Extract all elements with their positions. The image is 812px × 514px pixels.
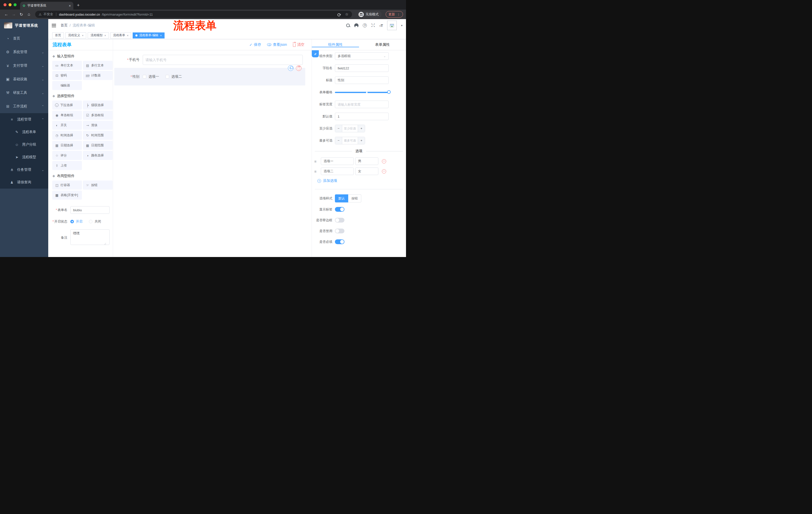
password-key-icon[interactable] (338, 13, 341, 15)
remove-option-icon[interactable]: − (382, 159, 386, 163)
component-chip-editor[interactable]: 编辑器 (52, 81, 82, 90)
close-icon[interactable]: × (160, 34, 162, 37)
radio-on[interactable] (70, 220, 74, 223)
url-bar[interactable]: ⚠ 不安全 dashboard.yudao.iocoder.cn/bpm/man… (35, 11, 352, 18)
delete-component-button[interactable] (296, 65, 301, 71)
component-chip-select[interactable]: ⌄ 下拉选择 (52, 101, 82, 110)
view-tab-process-definition[interactable]: 流程定义 × (65, 32, 86, 38)
font-size-icon[interactable]: тT (379, 23, 383, 28)
view-tab-process-form[interactable]: 流程表单 × (110, 32, 131, 38)
selected-component-gender[interactable]: *性别 选项一 选项二 (114, 68, 305, 85)
grid-slider[interactable] (335, 88, 389, 96)
resize-grip-icon[interactable] (104, 243, 106, 245)
component-chip-time-picker[interactable]: ◷ 时间选择 (52, 131, 82, 140)
field-name-input[interactable] (335, 64, 389, 72)
sidebar-item-payment[interactable]: ¥ 支付管理 ⌄ (0, 59, 48, 73)
sidebar-item-user-group[interactable]: ☺ 用户分组 (0, 138, 48, 151)
minus-button[interactable]: − (335, 125, 342, 132)
minus-button[interactable]: − (335, 137, 342, 144)
reload-icon[interactable]: ↻ (18, 12, 25, 17)
disabled-toggle[interactable] (335, 228, 344, 233)
sidebar-item-process-mgmt[interactable]: ≡ 流程管理 ⌃ (0, 113, 48, 126)
github-icon[interactable] (354, 23, 358, 28)
component-chip-button[interactable]: ☞ 按钮 (83, 181, 113, 190)
sidebar-item-task-mgmt[interactable]: ⋔ 任务管理 ⌄ (0, 163, 48, 176)
component-chip-row-container[interactable]: ◫ 行容器 (52, 181, 82, 190)
home-icon[interactable]: ⌂ (26, 12, 32, 17)
required-toggle[interactable] (335, 239, 344, 244)
clear-button[interactable]: 清空 (293, 42, 304, 47)
minimize-window-button[interactable] (8, 3, 11, 6)
logo[interactable]: 芋道管理系统 (0, 19, 48, 32)
component-chip-counter[interactable]: 123 计数器 (83, 71, 113, 80)
search-icon[interactable] (346, 24, 350, 27)
component-chip-multi-text[interactable]: ▤ 多行文本 (83, 61, 113, 70)
max-select-value[interactable]: 最多可选 (342, 137, 358, 144)
min-select-value[interactable]: 至少应选 (342, 125, 358, 132)
component-chip-date-picker[interactable]: ▦ 日期选择 (52, 141, 82, 150)
component-chip-upload[interactable]: ⇧ 上传 (52, 161, 82, 170)
title-input[interactable] (335, 77, 389, 84)
sidebar-item-workflow[interactable]: ⊞ 工作流程 ⌃ (0, 100, 48, 113)
drag-handle-icon[interactable]: ≡ (314, 169, 319, 173)
option-1-value-input[interactable] (355, 157, 378, 165)
sidebar-item-infra[interactable]: ▣ 基础设施 ⌄ (0, 73, 48, 86)
default-value-input[interactable] (335, 113, 389, 120)
bookmark-star-icon[interactable]: ☆ (345, 12, 348, 17)
component-chip-time-range[interactable]: ↻ 时间范围 (83, 131, 113, 140)
sidebar-item-leave-query[interactable]: ♟ 请假查询 (0, 176, 48, 189)
sidebar-item-devtools[interactable]: ⚒ 研发工具 ⌄ (0, 86, 48, 100)
back-icon[interactable]: ← (3, 12, 9, 17)
component-chip-checkbox-group[interactable]: ☑ 多选框组 (83, 111, 113, 120)
phone-input[interactable] (143, 55, 303, 65)
component-type-select[interactable]: 多选框组 ⌄ (335, 52, 389, 60)
style-button-button[interactable]: 按钮 (348, 194, 361, 202)
checkbox-icon[interactable] (166, 75, 169, 78)
option-2-label-input[interactable] (321, 167, 354, 175)
component-chip-single-text[interactable]: ▭ 单行文本 (52, 61, 82, 70)
component-chip-color-picker[interactable]: ◑ 颜色选择 (83, 151, 113, 160)
form-name-input[interactable] (70, 206, 110, 214)
option-1-label-input[interactable] (321, 157, 354, 165)
tab-form-props[interactable]: 表单属性 (359, 42, 406, 47)
view-tab-home[interactable]: 首页 (52, 32, 64, 38)
copy-component-button[interactable] (288, 65, 293, 71)
option-2-value-input[interactable] (355, 167, 378, 175)
close-icon[interactable]: × (82, 34, 83, 37)
radio-off-label[interactable]: 关闭 (94, 219, 101, 224)
save-button[interactable]: ✓ 保存 (249, 42, 261, 47)
radio-off[interactable] (89, 220, 92, 223)
remove-option-icon[interactable]: − (382, 169, 386, 173)
radio-on-label[interactable]: 开启 (76, 219, 82, 224)
border-toggle[interactable] (335, 218, 344, 222)
slider-track[interactable] (335, 92, 389, 93)
close-icon[interactable]: × (127, 34, 128, 37)
tab-close-icon[interactable]: × (69, 4, 71, 8)
form-remark-textarea[interactable]: 嘿嘿 (70, 229, 110, 245)
close-window-button[interactable] (3, 3, 6, 6)
tab-component-props[interactable]: 组件属性 (312, 42, 359, 47)
component-chip-slider[interactable]: ⊸ 滑块 (83, 121, 113, 130)
checkbox-option-1[interactable]: 选项一 (143, 75, 159, 79)
zoom-window-button[interactable] (13, 3, 17, 6)
browser-menu-icon[interactable]: ⋮ (397, 12, 400, 16)
sidebar-item-process-model[interactable]: ➤ 流程模型 (0, 151, 48, 163)
window-controls[interactable] (3, 3, 17, 6)
sidebar-item-system[interactable]: ⚙ 系统管理 ⌄ (0, 45, 48, 59)
view-tab-process-model[interactable]: 流程模型 × (88, 32, 109, 38)
phone-field-row[interactable]: *手机号 (114, 55, 312, 65)
security-label[interactable]: 不安全 (44, 12, 53, 17)
style-default-button[interactable]: 默认 (335, 194, 348, 202)
sidebar-item-process-form[interactable]: ✎ 流程表单 (0, 126, 48, 138)
close-icon[interactable]: × (104, 34, 106, 37)
component-chip-switch[interactable]: ◐ 开关 (52, 121, 82, 130)
drag-handle-icon[interactable]: ≡ (314, 159, 319, 163)
component-chip-rate[interactable]: ☆ 评分 (52, 151, 82, 160)
help-icon[interactable]: ? (363, 23, 367, 27)
checkbox-icon[interactable] (143, 75, 146, 78)
breadcrumb-home[interactable]: 首页 (61, 23, 67, 28)
plus-button[interactable]: + (358, 125, 365, 132)
forward-icon[interactable]: → (10, 12, 17, 17)
view-tab-process-form-edit[interactable]: 流程表单-编辑 × (133, 32, 164, 38)
fullscreen-icon[interactable]: ↖↗↙↘ (371, 23, 375, 27)
